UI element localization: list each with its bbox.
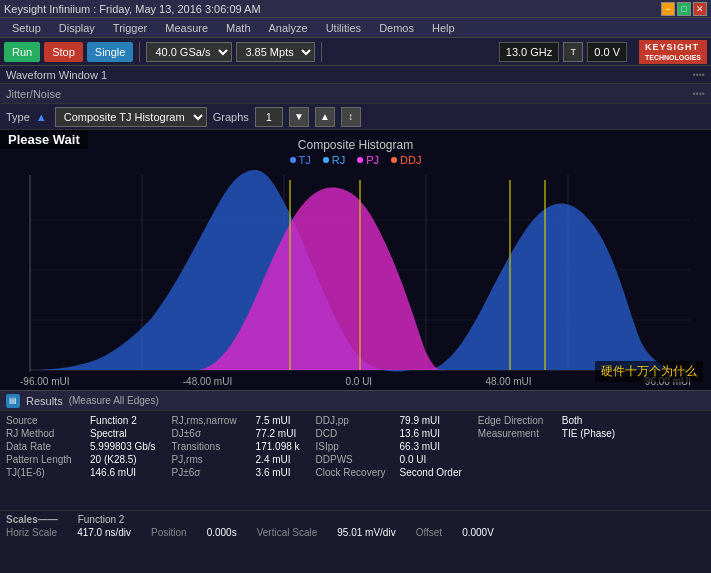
result-transitions-val: 171.098 k [256, 441, 300, 452]
scales-offset-label: Offset [416, 527, 443, 538]
results-col-3: DDJ,pp 79.9 mUI DCD 13.6 mUI ISIpp 66.3 … [316, 415, 462, 478]
result-rj-method: RJ Method Spectral [6, 428, 156, 439]
menu-help[interactable]: Help [424, 20, 463, 36]
maximize-button[interactable]: □ [677, 2, 691, 16]
result-dcd-key: DCD [316, 428, 396, 439]
result-clock-recovery-val: Second Order [400, 467, 462, 478]
result-pj-rms-val: 2.4 mUI [256, 454, 291, 465]
menu-math[interactable]: Math [218, 20, 258, 36]
menu-utilities[interactable]: Utilities [318, 20, 369, 36]
scales-position-label: Position [151, 527, 187, 538]
result-measurement: Measurement TIE (Phase) [478, 428, 615, 439]
result-measurement-val: TIE (Phase) [562, 428, 615, 439]
result-isi-pp: ISIpp 66.3 mUI [316, 441, 462, 452]
waveform-window-label: Waveform Window 1 [6, 69, 107, 81]
scales-vert-val: 95.01 mV/div [337, 527, 395, 538]
histogram-type-select[interactable]: Composite TJ Histogram [55, 107, 207, 127]
scales-vert-label: Vertical Scale [257, 527, 318, 538]
type-label: Type [6, 111, 30, 123]
stop-button[interactable]: Stop [44, 42, 83, 62]
scales-horiz-val: 417.0 ns/div [77, 527, 131, 538]
result-pj-rms-key: PJ,rms [172, 454, 252, 465]
results-header-bar: ▤ Results (Measure All Edges) [0, 391, 711, 411]
jitter-dots: •••• [692, 89, 705, 99]
result-isi-pp-val: 66.3 mUI [400, 441, 441, 452]
menu-setup[interactable]: Setup [4, 20, 49, 36]
result-clock-recovery-key: Clock Recovery [316, 467, 396, 478]
result-transitions-key: Transitions [172, 441, 252, 452]
sample-rate-select[interactable]: 40.0 GSa/s [146, 42, 232, 62]
graphs-label: Graphs [213, 111, 249, 123]
result-pj-6s-val: 3.6 mUI [256, 467, 291, 478]
result-dj-key: DJ±6σ [172, 428, 252, 439]
window-controls: − □ ✕ [661, 2, 707, 16]
result-source: Source Function 2 [6, 415, 156, 426]
scales-function-label: Function 2 [78, 514, 125, 525]
minimize-button[interactable]: − [661, 2, 675, 16]
scales-data-row: Horiz Scale 417.0 ns/div Position 0.000s… [6, 526, 705, 539]
result-dcd: DCD 13.6 mUI [316, 428, 462, 439]
please-wait-overlay: Please Wait [0, 130, 88, 149]
freq-unit-button[interactable]: T [563, 42, 583, 62]
histogram-svg [0, 130, 711, 390]
result-rj-rms: RJ,rms,narrow 7.5 mUI [172, 415, 300, 426]
jitter-noise-bar: Jitter/Noise •••• [0, 84, 711, 104]
separator-2 [321, 42, 322, 62]
result-data-rate-val: 5.999803 Gb/s [90, 441, 156, 452]
toolbar: Run Stop Single 40.0 GSa/s 3.85 Mpts 13.… [0, 38, 711, 66]
menu-display[interactable]: Display [51, 20, 103, 36]
scales-header-label: Scales—— [6, 514, 58, 525]
result-dj: DJ±6σ 77.2 mUI [172, 428, 300, 439]
results-sub: (Measure All Edges) [69, 395, 159, 406]
voltage-display: 0.0 V [587, 42, 627, 62]
scales-horiz-label: Horiz Scale [6, 527, 57, 538]
result-ddpws-val: 0.0 UI [400, 454, 427, 465]
results-col-1: Source Function 2 RJ Method Spectral Dat… [6, 415, 156, 478]
result-ddpws: DDPWS 0.0 UI [316, 454, 462, 465]
title-text: Keysight Infiniium : Friday, May 13, 201… [4, 3, 661, 15]
graph-extra-button[interactable]: ↕ [341, 107, 361, 127]
result-pattern-len: Pattern Length 20 (K28.5) [6, 454, 156, 465]
scales-position-val: 0.000s [207, 527, 237, 538]
graph-up-button[interactable]: ▲ [315, 107, 335, 127]
graphs-number: 1 [255, 107, 283, 127]
result-rj-rms-key: RJ,rms,narrow [172, 415, 252, 426]
result-tj: TJ(1E-6) 146.6 mUI [6, 467, 156, 478]
result-data-rate-key: Data Rate [6, 441, 86, 452]
waveform-window-bar: Waveform Window 1 •••• [0, 66, 711, 84]
results-icon: ▤ [6, 394, 20, 408]
graph-down-button[interactable]: ▼ [289, 107, 309, 127]
result-source-key: Source [6, 415, 86, 426]
scales-bar: Scales—— Function 2 Horiz Scale 417.0 ns… [0, 510, 711, 540]
menu-measure[interactable]: Measure [157, 20, 216, 36]
mem-depth-select[interactable]: 3.85 Mpts [236, 42, 315, 62]
result-pj-6s: PJ±6σ 3.6 mUI [172, 467, 300, 478]
run-button[interactable]: Run [4, 42, 40, 62]
scales-offset-val: 0.000V [462, 527, 494, 538]
result-tj-val: 146.6 mUI [90, 467, 136, 478]
result-rj-method-key: RJ Method [6, 428, 86, 439]
result-edge-dir: Edge Direction Both [478, 415, 615, 426]
result-tj-key: TJ(1E-6) [6, 467, 86, 478]
close-button[interactable]: ✕ [693, 2, 707, 16]
result-ddj-pp: DDJ,pp 79.9 mUI [316, 415, 462, 426]
watermark: 硬件十万个为什么 [595, 361, 703, 382]
single-button[interactable]: Single [87, 42, 134, 62]
result-dcd-val: 13.6 mUI [400, 428, 441, 439]
results-col-2: RJ,rms,narrow 7.5 mUI DJ±6σ 77.2 mUI Tra… [172, 415, 300, 478]
x-label-2: 0.0 UI [345, 376, 372, 387]
menu-analyze[interactable]: Analyze [261, 20, 316, 36]
result-data-rate: Data Rate 5.999803 Gb/s [6, 441, 156, 452]
result-ddj-pp-val: 79.9 mUI [400, 415, 441, 426]
title-bar: Keysight Infiniium : Friday, May 13, 201… [0, 0, 711, 18]
keysight-logo: KEYSIGHTTECHNOLOGIES [639, 40, 707, 64]
result-pattern-len-key: Pattern Length [6, 454, 86, 465]
frequency-display: 13.0 GHz [499, 42, 559, 62]
menu-trigger[interactable]: Trigger [105, 20, 155, 36]
result-edge-dir-key: Edge Direction [478, 415, 558, 426]
result-rj-rms-val: 7.5 mUI [256, 415, 291, 426]
menu-demos[interactable]: Demos [371, 20, 422, 36]
result-dj-val: 77.2 mUI [256, 428, 297, 439]
results-table: Source Function 2 RJ Method Spectral Dat… [0, 411, 711, 482]
scales-header-row: Scales—— Function 2 [6, 513, 705, 526]
